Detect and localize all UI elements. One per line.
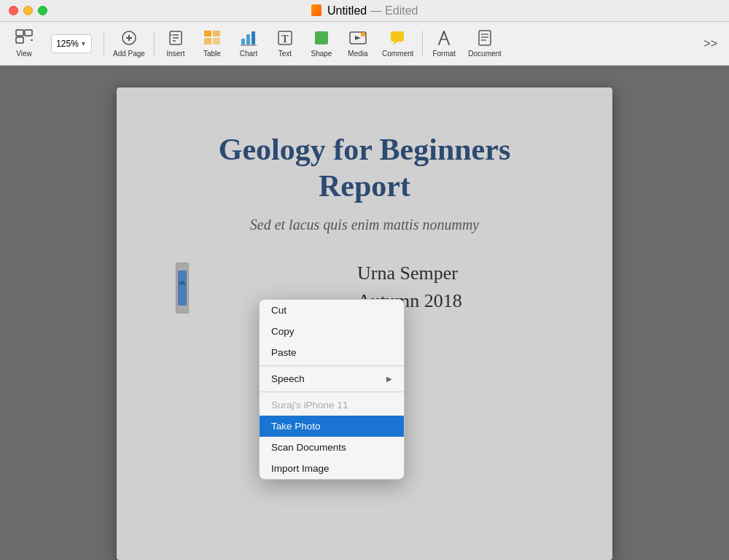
canvas-area: Geology for Beginners Report Sed et lacu… (0, 66, 729, 560)
svg-marker-25 (393, 42, 398, 45)
chart-icon (240, 30, 257, 48)
svg-rect-1 (25, 30, 32, 36)
titlebar-title: Untitled — Edited (311, 4, 418, 18)
toolbar-sep-1 (104, 31, 104, 57)
menu-item-paste[interactable]: Paste (260, 342, 404, 363)
svg-rect-24 (391, 31, 404, 42)
minimize-button[interactable] (23, 6, 33, 15)
shape-icon (313, 30, 330, 48)
svg-rect-0 (16, 30, 23, 36)
menu-item-device-header: Suraj's iPhone 11 (260, 394, 404, 416)
svg-rect-11 (204, 31, 211, 36)
toolbar-format-button[interactable]: Format (426, 22, 462, 65)
toolbar-media-button[interactable]: Media (340, 22, 376, 65)
chart-label: Chart (240, 50, 257, 58)
menu-item-take-photo[interactable]: Take Photo (260, 416, 404, 437)
svg-rect-16 (246, 34, 250, 44)
toolbar-addpage-button[interactable]: Add Page (107, 22, 151, 65)
comment-label: Comment (382, 50, 413, 58)
image-placeholder[interactable] (175, 262, 190, 314)
toolbar-sep-3 (422, 31, 423, 57)
menu-item-copy[interactable]: Copy (260, 321, 404, 342)
document-subtitle: Sed et lacus quis enim mattis nonummy (175, 217, 554, 233)
menu-item-import-image[interactable]: Import Image (260, 458, 404, 479)
insert-label: Insert (166, 50, 184, 58)
svg-rect-21 (315, 31, 328, 44)
document-label: Document (468, 50, 502, 58)
toolbar-comment-button[interactable]: Comment (376, 22, 419, 65)
svg-rect-2 (16, 37, 23, 43)
media-icon (349, 30, 367, 48)
menu-separator-1 (260, 365, 404, 366)
insert-icon (168, 30, 184, 48)
table-icon (203, 30, 221, 48)
document-page: Geology for Beginners Report Sed et lacu… (117, 88, 612, 560)
toolbar-document-button[interactable]: Document (462, 22, 507, 65)
toolbar-zoom-button[interactable]: 125% ▼ (42, 22, 101, 65)
image-thumb (176, 262, 189, 314)
close-button[interactable] (9, 6, 18, 15)
svg-rect-17 (252, 31, 255, 44)
toolbar-sep-2 (154, 31, 155, 57)
shape-label: Shape (311, 50, 332, 58)
format-label: Format (432, 50, 456, 58)
document-title: Geology for Beginners Report (175, 131, 554, 205)
doc-author: Urna Semper (357, 262, 462, 284)
toolbar-chart-button[interactable]: Chart (230, 22, 267, 65)
menu-item-scan-documents[interactable]: Scan Documents (260, 437, 404, 458)
toolbar-view-button[interactable]: View (6, 22, 42, 65)
titlebar: Untitled — Edited (0, 0, 729, 22)
svg-rect-13 (204, 38, 211, 44)
format-icon (436, 30, 452, 48)
toolbar-text-button[interactable]: T Text (267, 22, 303, 65)
svg-text:T: T (281, 34, 289, 44)
toolbar-more-button[interactable]: >> (698, 37, 723, 50)
toolbar-insert-button[interactable]: Insert (157, 22, 194, 65)
zoom-value: 125% (56, 39, 79, 49)
svg-point-23 (361, 32, 365, 36)
comment-icon (389, 30, 407, 48)
svg-point-10 (171, 34, 172, 36)
svg-rect-27 (479, 31, 491, 45)
text-label: Text (278, 50, 292, 58)
toolbar-shape-button[interactable]: Shape (303, 22, 340, 65)
context-menu: Cut Copy Paste Speech ▶ Suraj's iPhone 1… (259, 299, 405, 480)
document-icon (477, 30, 493, 48)
svg-rect-15 (241, 39, 245, 44)
speech-submenu-arrow: ▶ (386, 375, 392, 383)
traffic-lights (9, 6, 47, 15)
view-label: View (16, 50, 32, 58)
media-label: Media (348, 50, 367, 58)
zoom-chevron-icon: ▼ (80, 40, 87, 47)
svg-rect-14 (213, 38, 220, 44)
svg-rect-31 (178, 271, 187, 306)
addpage-label: Add Page (113, 50, 145, 58)
add-page-icon (121, 30, 137, 48)
menu-separator-2 (260, 392, 404, 392)
zoom-control[interactable]: 125% ▼ (51, 34, 92, 53)
text-icon: T (277, 30, 293, 48)
menu-item-cut[interactable]: Cut (260, 300, 404, 321)
maximize-button[interactable] (38, 6, 47, 15)
table-label: Table (203, 50, 221, 58)
view-icon (15, 29, 33, 46)
svg-rect-12 (213, 31, 220, 36)
toolbar: View 125% ▼ Add Page (0, 22, 729, 66)
menu-item-speech[interactable]: Speech ▶ (260, 368, 404, 389)
toolbar-table-button[interactable]: Table (194, 22, 230, 65)
